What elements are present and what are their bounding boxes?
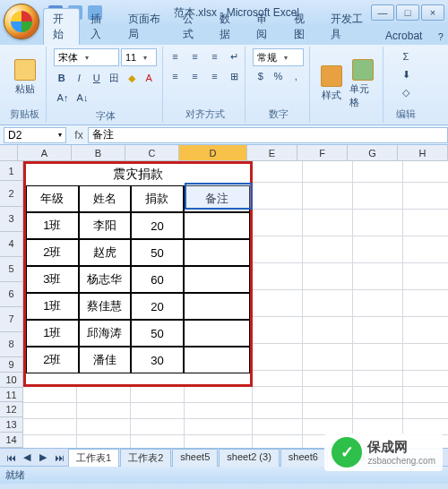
maximize-button[interactable]: □ <box>396 4 419 21</box>
align-center-button[interactable]: ≡ <box>186 68 204 84</box>
row-header-10[interactable]: 10 <box>0 373 23 388</box>
sheet-nav-first[interactable]: ⏮ <box>4 450 18 465</box>
table-cell[interactable]: 1班 <box>26 212 79 239</box>
row-header-14[interactable]: 14 <box>0 433 23 448</box>
wrap-text-button[interactable]: ↵ <box>226 48 244 64</box>
formula-input[interactable]: 备注 <box>88 127 448 143</box>
table-cell[interactable]: 杨志华 <box>79 266 132 293</box>
table-cell[interactable]: 30 <box>131 347 184 373</box>
italic-button[interactable]: I <box>72 70 88 86</box>
table-cell[interactable]: 潘佳 <box>79 347 132 373</box>
font-color-button[interactable]: A <box>142 70 158 86</box>
clear-button[interactable]: ◇ <box>397 84 415 100</box>
table-cell[interactable]: 1班 <box>26 320 79 347</box>
row-header-11[interactable]: 11 <box>0 388 23 403</box>
row-header-2[interactable]: 2 <box>0 181 23 206</box>
table-cell[interactable]: 1班 <box>26 293 79 320</box>
close-button[interactable]: × <box>421 4 444 21</box>
align-left-button[interactable]: ≡ <box>167 68 185 84</box>
row-header-13[interactable]: 13 <box>0 417 23 433</box>
ribbon-tab-数据[interactable]: 数据 <box>211 9 246 45</box>
ribbon-tab-视图[interactable]: 视图 <box>285 9 320 45</box>
col-header-B[interactable]: B <box>72 145 125 160</box>
spreadsheet-grid[interactable]: ABCDEFGH 1234567891011121314 震灾捐款年级姓名捐款备… <box>0 145 448 448</box>
font-name-select[interactable]: 宋体 <box>54 48 119 66</box>
ribbon-tab-开始[interactable]: 开始 <box>43 8 80 45</box>
table-cell[interactable]: 蔡佳慧 <box>79 293 132 320</box>
row-header-4[interactable]: 4 <box>0 232 23 257</box>
percent-button[interactable]: % <box>271 68 287 84</box>
table-cell[interactable] <box>184 293 250 320</box>
autosum-button[interactable]: Σ <box>397 48 415 64</box>
row-header-12[interactable]: 12 <box>0 402 23 417</box>
table-cell[interactable] <box>184 320 250 347</box>
row-header-6[interactable]: 6 <box>0 282 23 307</box>
styles-button[interactable]: 样式 <box>317 65 346 102</box>
fill-color-button[interactable]: ◆ <box>124 70 140 86</box>
col-header-G[interactable]: G <box>348 145 398 160</box>
table-cell[interactable] <box>184 239 250 266</box>
comma-button[interactable]: , <box>288 68 304 84</box>
table-cell[interactable] <box>184 266 250 293</box>
table-cell[interactable]: 李阳 <box>79 212 132 239</box>
office-button[interactable] <box>4 4 39 39</box>
number-format-select[interactable]: 常规 <box>253 48 304 66</box>
paste-button[interactable]: 粘贴 <box>9 59 40 96</box>
fx-button[interactable]: fx <box>70 129 88 142</box>
font-size-select[interactable]: 11 <box>121 48 157 66</box>
currency-button[interactable]: $ <box>253 68 269 84</box>
ribbon-tab-开发工具[interactable]: 开发工具 <box>322 9 375 45</box>
table-cell[interactable]: 60 <box>131 266 184 293</box>
bold-button[interactable]: B <box>54 70 70 86</box>
table-cell[interactable]: 邱海涛 <box>79 320 132 347</box>
sheet-tab[interactable]: sheet2 (3) <box>219 449 280 467</box>
align-top-button[interactable]: ≡ <box>167 48 185 64</box>
ribbon-tab-审阅[interactable]: 审阅 <box>247 9 282 45</box>
cells-button[interactable]: 单元格 <box>349 59 378 109</box>
table-cell[interactable]: 2班 <box>26 239 79 266</box>
col-header-H[interactable]: H <box>398 145 448 160</box>
ribbon-tab-插入[interactable]: 插入 <box>82 9 116 45</box>
table-cell[interactable]: 赵虎 <box>79 239 132 266</box>
ribbon-tab-公式[interactable]: 公式 <box>174 9 209 45</box>
ribbon-tab-页面布局[interactable]: 页面布局 <box>119 9 172 45</box>
name-box[interactable]: D2▾ <box>4 127 66 143</box>
table-cell[interactable] <box>184 212 250 239</box>
row-header-1[interactable]: 1 <box>0 161 23 181</box>
help-button[interactable]: ? <box>433 29 448 45</box>
row-header-7[interactable]: 7 <box>0 307 23 332</box>
table-cell[interactable]: 50 <box>131 239 184 266</box>
sheet-tab[interactable]: sheet6 <box>280 449 326 467</box>
sheet-tab[interactable]: 工作表1 <box>68 449 119 467</box>
fill-button[interactable]: ⬇ <box>397 66 415 82</box>
sheet-tab[interactable]: sheet5 <box>172 449 218 467</box>
underline-button[interactable]: U <box>89 70 105 86</box>
grow-font-button[interactable]: A↑ <box>54 90 72 106</box>
cell-selection[interactable] <box>185 183 253 210</box>
sheet-nav-next[interactable]: ▶ <box>36 450 50 465</box>
table-cell[interactable]: 2班 <box>26 347 79 373</box>
table-cell[interactable]: 20 <box>131 293 184 320</box>
border-button[interactable]: 田 <box>107 70 123 86</box>
sheet-nav-last[interactable]: ⏭ <box>52 450 66 465</box>
table-cell[interactable]: 50 <box>131 320 184 347</box>
col-header-E[interactable]: E <box>247 145 297 160</box>
sheet-tab[interactable]: 工作表2 <box>120 449 171 467</box>
row-header-3[interactable]: 3 <box>0 207 23 232</box>
ribbon-tab-Acrobat[interactable]: Acrobat <box>376 27 431 45</box>
table-cell[interactable] <box>184 347 250 373</box>
align-middle-button[interactable]: ≡ <box>186 48 204 64</box>
align-bottom-button[interactable]: ≡ <box>206 48 224 64</box>
col-header-A[interactable]: A <box>18 145 72 160</box>
shrink-font-button[interactable]: A↓ <box>73 90 91 106</box>
merge-button[interactable]: ⊞ <box>226 68 244 84</box>
col-header-C[interactable]: C <box>125 145 179 160</box>
row-header-9[interactable]: 9 <box>0 357 23 373</box>
row-header-5[interactable]: 5 <box>0 257 23 282</box>
select-all-corner[interactable] <box>0 145 18 160</box>
col-header-D[interactable]: D <box>179 145 247 160</box>
row-header-8[interactable]: 8 <box>0 332 23 357</box>
col-header-F[interactable]: F <box>297 145 348 160</box>
sheet-nav-prev[interactable]: ◀ <box>20 450 34 465</box>
table-cell[interactable]: 3班 <box>26 266 79 293</box>
